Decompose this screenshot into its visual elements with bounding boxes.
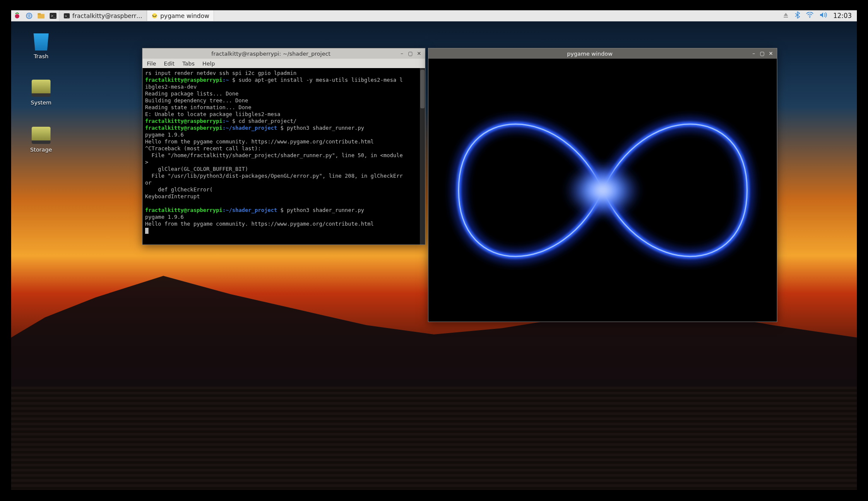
wifi-icon[interactable] bbox=[806, 12, 814, 19]
menu-edit[interactable]: Edit bbox=[164, 60, 175, 67]
menu-raspberry-icon[interactable] bbox=[11, 10, 23, 21]
scrollbar-thumb[interactable] bbox=[420, 70, 425, 108]
trash-icon bbox=[32, 33, 51, 51]
menu-help[interactable]: Help bbox=[202, 60, 215, 67]
file-manager-icon[interactable] bbox=[35, 10, 47, 21]
pygame-titlebar[interactable]: pygame window – ▢ ✕ bbox=[428, 48, 777, 59]
clock[interactable]: 12:03 bbox=[833, 12, 852, 20]
svg-point-13 bbox=[565, 162, 641, 218]
terminal-titlebar[interactable]: fractalkitty@raspberrypi: ~/shader_proje… bbox=[143, 48, 425, 59]
svg-rect-5 bbox=[38, 13, 41, 15]
terminal-launcher-icon[interactable]: >_ bbox=[47, 10, 59, 21]
icon-label: Trash bbox=[34, 53, 48, 60]
desktop-icon-storage[interactable]: Storage bbox=[22, 127, 60, 153]
icon-label: Storage bbox=[30, 146, 52, 153]
pygame-canvas bbox=[428, 59, 777, 322]
taskbar-task-pygame[interactable]: pygame window bbox=[147, 10, 214, 21]
close-button[interactable]: ✕ bbox=[767, 50, 774, 57]
minimize-button[interactable]: – bbox=[750, 50, 757, 57]
task-label: fractalkitty@raspberr… bbox=[72, 12, 142, 19]
infinity-shader-graphic bbox=[443, 86, 763, 295]
svg-point-12 bbox=[809, 17, 810, 18]
terminal-scrollbar[interactable] bbox=[420, 68, 425, 245]
terminal-icon: >_ bbox=[64, 13, 70, 18]
minimize-button[interactable]: – bbox=[398, 50, 405, 57]
terminal-menubar: File Edit Tabs Help bbox=[143, 59, 425, 68]
task-label: pygame window bbox=[160, 12, 209, 19]
drive-icon bbox=[32, 127, 51, 144]
eject-icon[interactable] bbox=[783, 12, 789, 19]
pygame-window: pygame window – ▢ ✕ bbox=[428, 48, 777, 322]
close-button[interactable]: ✕ bbox=[416, 50, 422, 57]
pygame-icon bbox=[152, 13, 158, 19]
terminal-cursor bbox=[145, 228, 149, 234]
menu-file[interactable]: File bbox=[147, 60, 156, 67]
maximize-button[interactable]: ▢ bbox=[759, 50, 766, 57]
volume-icon[interactable] bbox=[820, 12, 827, 19]
menu-tabs[interactable]: Tabs bbox=[182, 60, 195, 67]
browser-icon[interactable] bbox=[23, 10, 35, 21]
terminal-window: fractalkitty@raspberrypi: ~/shader_proje… bbox=[142, 48, 425, 245]
window-title: pygame window bbox=[431, 51, 749, 57]
icon-label: System bbox=[31, 99, 51, 106]
taskbar: >_ >_ fractalkitty@raspberr… pygame wind… bbox=[11, 10, 857, 21]
svg-rect-11 bbox=[784, 17, 788, 18]
bluetooth-icon[interactable] bbox=[795, 12, 800, 20]
svg-point-1 bbox=[15, 15, 17, 16]
svg-text:>_: >_ bbox=[51, 14, 56, 18]
desktop-icon-trash[interactable]: Trash bbox=[22, 33, 60, 60]
maximize-button[interactable]: ▢ bbox=[407, 50, 414, 57]
svg-point-2 bbox=[18, 15, 19, 16]
taskbar-task-terminal[interactable]: >_ fractalkitty@raspberr… bbox=[59, 10, 147, 21]
wallpaper-water bbox=[11, 387, 857, 490]
drive-icon bbox=[32, 80, 51, 97]
terminal-output[interactable]: rs input render netdev ssh spi i2c gpio … bbox=[143, 68, 425, 245]
window-title: fractalkitty@raspberrypi: ~/shader_proje… bbox=[145, 51, 397, 57]
system-tray: 12:03 bbox=[783, 12, 857, 20]
desktop-icon-system[interactable]: System bbox=[22, 80, 60, 106]
svg-text:>_: >_ bbox=[65, 14, 69, 18]
